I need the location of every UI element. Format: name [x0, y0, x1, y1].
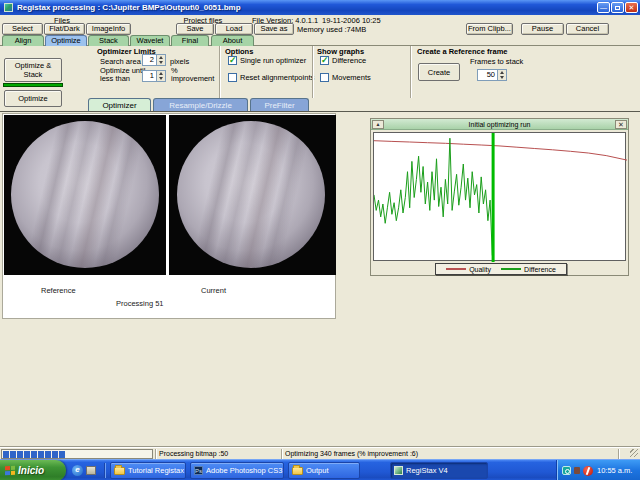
progress-block — [52, 451, 58, 458]
graph-legend: Quality Difference — [435, 263, 567, 275]
progress-block — [38, 451, 44, 458]
subtab-prefilter[interactable]: PreFilter — [250, 98, 309, 112]
graph-title: Initial optimizing run — [385, 121, 614, 128]
progress-bar — [1, 449, 153, 459]
graph-close-icon[interactable]: ✕ — [615, 120, 627, 129]
statusbar-divider — [155, 449, 156, 459]
improvement-value: 1 — [143, 71, 156, 81]
restore-button[interactable] — [611, 2, 624, 13]
current-caption: Current — [201, 286, 226, 295]
restore-icon — [615, 6, 620, 10]
optimizing-status-text: Optimizing 340 frames (% improvement :6) — [285, 450, 418, 457]
progress-block — [10, 451, 16, 458]
progress-block — [24, 451, 30, 458]
progress-block — [59, 451, 65, 458]
show-desktop-icon[interactable] — [86, 466, 96, 475]
spinner-arrows-icon[interactable] — [497, 70, 506, 80]
optimize-and-stack-button[interactable]: Optimize & Stack — [4, 58, 62, 82]
tab-align[interactable]: Align — [2, 35, 44, 46]
checkbox-icon — [228, 73, 237, 82]
checkbox-check-icon — [320, 56, 329, 65]
quality-line — [374, 141, 627, 160]
difference-line-swatch — [501, 268, 521, 270]
optimize-until-label: Optimize until less than — [100, 67, 145, 83]
statusbar-divider — [281, 449, 282, 459]
optimizing-graph — [374, 133, 627, 262]
legend-difference: Difference — [501, 266, 556, 273]
frames-to-stack-value: 50 — [478, 70, 497, 80]
app-icon — [4, 3, 13, 12]
subtab-resample-drizzle[interactable]: Resample/Drizzle — [153, 98, 248, 112]
image-preview-panel: Reference Current Processing 51 — [2, 113, 336, 319]
spinner-arrows-icon[interactable] — [156, 71, 165, 81]
search-area-stepper[interactable]: 2 — [142, 54, 166, 66]
tray-app-icon[interactable] — [562, 466, 571, 475]
single-run-optimizer-checkbox[interactable]: Single run optimizer — [228, 56, 306, 66]
spinner-arrows-icon[interactable] — [156, 55, 165, 65]
tab-about[interactable]: About — [211, 35, 254, 46]
checkbox-check-icon — [228, 56, 237, 65]
folder-icon — [114, 467, 125, 475]
frames-to-stack-label: Frames to stack — [470, 57, 523, 66]
quick-launch: e — [72, 462, 102, 479]
resize-grip[interactable] — [630, 449, 638, 457]
collapse-up-icon[interactable]: ▲ — [372, 120, 384, 129]
optimize-button[interactable]: Optimize — [4, 90, 62, 107]
reference-frame-title: Create a Reference frame — [417, 47, 507, 56]
status-bar: Processing bitmap :50 Optimizing 340 fra… — [0, 447, 640, 459]
optimizing-run-window: ▲ Initial optimizing run ✕ Quality Diffe… — [370, 118, 629, 276]
progress-block — [17, 451, 23, 458]
panel-divider-line — [0, 111, 640, 112]
close-button[interactable]: ✕ — [625, 2, 638, 13]
taskbar-button-output[interactable]: Output — [288, 462, 360, 479]
taskbar: Inicio e Tutorial Registax 4 Ps Adobe Ph… — [0, 459, 640, 480]
movements-checkbox[interactable]: Movements — [320, 73, 371, 83]
graph-titlebar[interactable]: ▲ Initial optimizing run ✕ — [371, 119, 628, 130]
progress-block — [3, 451, 9, 458]
optimize-panel: Optimize & Stack Optimize Optimizer Limi… — [0, 46, 640, 112]
current-frame-marker — [492, 133, 495, 262]
panel-divider — [219, 46, 220, 98]
improvement-stepper[interactable]: 1 — [142, 70, 166, 82]
taskbar-button-registax[interactable]: RegiStax V4 — [390, 462, 488, 479]
tab-stack[interactable]: Stack — [88, 35, 129, 46]
reset-alignmentpoints-checkbox[interactable]: Reset alignmentpoints — [228, 73, 314, 83]
window-title: Registax processing : C:\Jupiter BMPs\Ou… — [17, 3, 241, 12]
statusbar-divider — [618, 449, 619, 459]
photoshop-icon: Ps — [194, 466, 203, 475]
window-titlebar: Registax processing : C:\Jupiter BMPs\Ou… — [0, 0, 640, 15]
create-button[interactable]: Create — [418, 63, 460, 81]
jupiter-reference-image — [11, 121, 159, 268]
registax-icon — [394, 466, 403, 475]
folder-icon — [292, 467, 303, 475]
tab-final[interactable]: Final — [171, 35, 209, 46]
tray-small-icon[interactable] — [574, 467, 580, 474]
difference-checkbox[interactable]: Difference — [320, 56, 366, 66]
subtab-optimizer[interactable]: Optimizer — [88, 98, 151, 112]
taskbar-button-tutorial[interactable]: Tutorial Registax 4 — [110, 462, 186, 479]
panel-divider — [410, 46, 411, 98]
search-area-value: 2 — [143, 55, 156, 65]
processing-frame-caption: Processing 51 — [116, 299, 164, 308]
quality-line-swatch — [446, 268, 466, 270]
frames-to-stack-stepper[interactable]: 50 — [477, 69, 507, 81]
memory-used-label: Memory used :74MB — [297, 25, 366, 34]
tab-optimize[interactable]: Optimize — [45, 35, 87, 46]
progress-block — [31, 451, 37, 458]
difference-line — [374, 138, 492, 255]
reference-image — [4, 115, 166, 275]
pixels-label: pixels — [170, 57, 189, 66]
taskbar-button-photoshop[interactable]: Ps Adobe Photoshop CS3 — [190, 462, 284, 479]
system-tray: 10:55 a.m. — [556, 460, 640, 480]
start-button[interactable]: Inicio — [0, 460, 66, 480]
main-tabbar: Align Optimize Stack Wavelet Final About — [0, 34, 640, 46]
start-label: Inicio — [18, 465, 44, 476]
progress-indicator-line — [3, 83, 63, 87]
tab-wavelet[interactable]: Wavelet — [130, 35, 170, 46]
antivirus-icon[interactable] — [583, 466, 593, 476]
minimize-button[interactable]: — — [597, 2, 610, 13]
windows-logo-icon — [5, 466, 15, 476]
toolbar: Files Project files File Version: 4.0.1.… — [0, 15, 640, 34]
legend-quality: Quality — [446, 266, 491, 273]
internet-explorer-icon[interactable]: e — [72, 465, 83, 476]
